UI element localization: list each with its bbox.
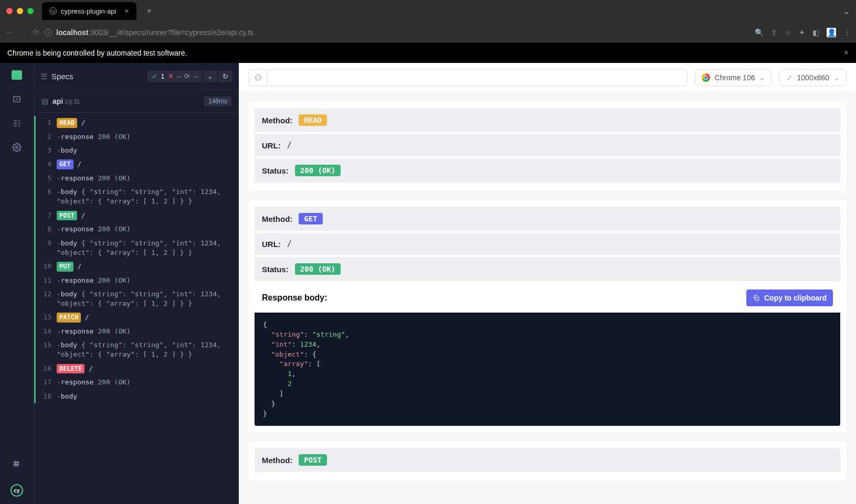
sidebar-item-runs[interactable] bbox=[0, 94, 34, 104]
command-label: response bbox=[61, 225, 94, 233]
command-body: { "string": "string", "int": 1234, "obje… bbox=[57, 239, 221, 256]
command-row[interactable]: 2-response 200 (OK) bbox=[34, 130, 239, 144]
command-status: 200 (OK) bbox=[98, 174, 131, 182]
sidebar-item-settings[interactable] bbox=[0, 143, 34, 152]
command-row[interactable]: 1HEAD / bbox=[34, 116, 239, 130]
command-number: 10 bbox=[42, 262, 51, 271]
viewport-selector[interactable]: ⤢ 1000x660 ⌄ bbox=[779, 69, 847, 86]
command-row[interactable]: 18-body bbox=[34, 390, 239, 403]
chrome-icon bbox=[702, 73, 710, 82]
command-row[interactable]: 13PATCH / bbox=[34, 310, 239, 325]
command-status: 200 (OK) bbox=[98, 327, 131, 335]
url-value: / bbox=[287, 141, 292, 150]
command-log[interactable]: 1HEAD /2-response 200 (OK)3-body4GET /5-… bbox=[34, 113, 239, 504]
command-row[interactable]: 3-body bbox=[34, 144, 239, 157]
pass-icon: ✓ bbox=[152, 72, 157, 80]
file-icon: ▤ bbox=[41, 97, 48, 105]
forward-button[interactable]: → bbox=[19, 28, 27, 37]
close-tab-icon[interactable]: × bbox=[125, 7, 129, 15]
zoom-icon[interactable]: 🔍 bbox=[755, 28, 764, 37]
browser-selector[interactable]: Chrome 106 ⌄ bbox=[695, 69, 772, 86]
method-badge: PATCH bbox=[57, 313, 81, 323]
command-row[interactable]: 11-response 200 (OK) bbox=[34, 274, 239, 287]
method-row: Method:HEAD bbox=[255, 108, 840, 132]
command-row[interactable]: 12-body { "string": "string", "int": 123… bbox=[34, 287, 239, 310]
command-label: body bbox=[61, 239, 77, 247]
sidebar-item-debug[interactable] bbox=[0, 119, 34, 128]
sidepanel-icon[interactable]: ◧ bbox=[812, 28, 819, 37]
command-row[interactable]: 10PUT / bbox=[34, 260, 239, 274]
status-badge: 200 (OK) bbox=[295, 165, 341, 176]
command-label: response bbox=[61, 276, 94, 284]
command-label: body bbox=[61, 146, 77, 154]
banner-text: Chrome is being controlled by automated … bbox=[7, 49, 187, 57]
command-row[interactable]: 8-response 200 (OK) bbox=[34, 222, 239, 236]
cypress-sidebar: cy bbox=[0, 63, 34, 504]
options-dropdown[interactable]: ⌄ bbox=[203, 70, 217, 82]
command-path: / bbox=[81, 119, 86, 126]
command-row[interactable]: 14-response 200 (OK) bbox=[34, 325, 239, 338]
response-body[interactable]: { "string": "string", "int": 1234, "obje… bbox=[255, 313, 840, 426]
profile-icon[interactable]: 👤 bbox=[827, 28, 836, 37]
preview-header: Chrome 106 ⌄ ⤢ 1000x660 ⌄ bbox=[239, 63, 856, 92]
browser-tab[interactable]: cy cypress-plugin-api × bbox=[42, 2, 136, 20]
command-path: / bbox=[78, 160, 82, 168]
command-number: 12 bbox=[42, 289, 51, 299]
back-button[interactable]: ← bbox=[5, 28, 14, 37]
command-number: 5 bbox=[42, 174, 51, 183]
tabs-dropdown-icon[interactable]: ⌄ bbox=[843, 6, 850, 16]
api-card: Method:GETURL:/Status:200 (OK)Response b… bbox=[248, 200, 847, 432]
command-row[interactable]: 9-body { "string": "string", "int": 1234… bbox=[34, 237, 239, 260]
command-row[interactable]: 16DELETE / bbox=[34, 362, 239, 376]
bookmark-icon[interactable]: ☆ bbox=[785, 28, 791, 37]
copy-button[interactable]: Copy to clipboard bbox=[746, 289, 833, 306]
close-window-icon[interactable] bbox=[6, 8, 13, 14]
sidebar-item-specs[interactable] bbox=[0, 70, 34, 80]
specs-icon: ☰ bbox=[40, 72, 47, 81]
command-number: 4 bbox=[42, 159, 51, 169]
selector-playground-icon[interactable] bbox=[249, 70, 268, 85]
address-bar[interactable]: i localhost:3003/__/#/specs/runner?file=… bbox=[45, 28, 749, 37]
command-number: 8 bbox=[42, 224, 51, 234]
method-badge: HEAD bbox=[299, 114, 327, 126]
spec-file-row[interactable]: ▤ api.cy.ts 146ms bbox=[34, 90, 239, 113]
new-tab-button[interactable]: + bbox=[147, 6, 152, 16]
command-row[interactable]: 6-body { "string": "string", "int": 1234… bbox=[34, 185, 239, 208]
preview-body[interactable]: Method:HEADURL:/Status:200 (OK)Method:GE… bbox=[239, 92, 856, 504]
site-info-icon[interactable]: i bbox=[45, 29, 52, 36]
aut-url-bar[interactable] bbox=[248, 69, 688, 86]
rerun-button[interactable]: ↻ bbox=[218, 70, 233, 82]
minimize-window-icon[interactable] bbox=[17, 8, 23, 14]
method-badge: GET bbox=[299, 213, 322, 224]
banner-close-icon[interactable]: × bbox=[844, 48, 849, 58]
command-row[interactable]: 15-body { "string": "string", "int": 123… bbox=[34, 338, 239, 361]
share-icon[interactable]: ⇪ bbox=[771, 28, 777, 37]
command-row[interactable]: 5-response 200 (OK) bbox=[34, 171, 239, 185]
command-label: body bbox=[61, 188, 77, 196]
api-card: Method:HEADURL:/Status:200 (OK) bbox=[248, 102, 847, 191]
sidebar-item-keyboard[interactable] bbox=[0, 460, 34, 469]
command-row[interactable]: 4GET / bbox=[34, 157, 239, 171]
reporter-panel: ☰Specs ✓1 ✕-- ⟳-- ⌄ ↻ ▤ api.cy.ts 146ms … bbox=[34, 63, 239, 504]
url-value: / bbox=[287, 239, 292, 249]
command-row[interactable]: 7POST / bbox=[34, 209, 239, 223]
fail-count: -- bbox=[177, 72, 182, 80]
api-card: Method:POST bbox=[248, 442, 847, 480]
spec-ext: .cy.ts bbox=[63, 97, 80, 105]
command-number: 6 bbox=[42, 187, 51, 197]
url-host: localhost bbox=[56, 28, 88, 37]
command-number: 15 bbox=[42, 340, 51, 350]
maximize-window-icon[interactable] bbox=[27, 8, 34, 14]
method-badge: POST bbox=[57, 211, 77, 221]
command-path: / bbox=[89, 364, 93, 372]
command-row[interactable]: 17-response 200 (OK) bbox=[34, 376, 239, 389]
command-number: 1 bbox=[42, 118, 51, 127]
reload-button[interactable]: ⟳ bbox=[33, 27, 39, 37]
menu-icon[interactable]: ⋮ bbox=[843, 28, 851, 37]
cypress-logo-icon[interactable]: cy bbox=[10, 484, 23, 497]
method-badge: POST bbox=[299, 454, 327, 466]
spec-duration: 146ms bbox=[204, 96, 231, 106]
extensions-icon[interactable]: ✦ bbox=[799, 28, 805, 37]
method-badge: PUT bbox=[57, 262, 73, 272]
command-number: 14 bbox=[42, 327, 51, 336]
